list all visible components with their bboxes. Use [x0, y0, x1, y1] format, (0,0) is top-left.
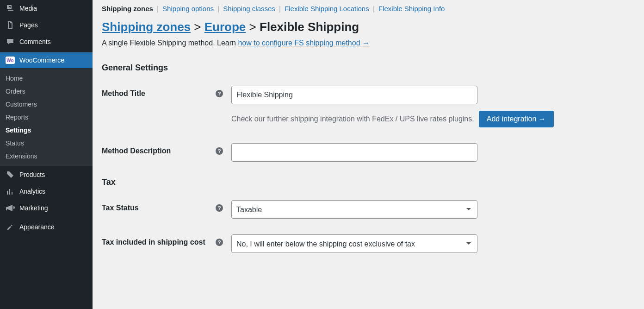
sidebar-item-label: Marketing [19, 204, 48, 212]
comment-icon [6, 37, 15, 46]
select-tax-status[interactable]: Taxable [231, 200, 477, 219]
breadcrumb: Shipping zones > Europe > Flexible Shipp… [102, 18, 635, 39]
sidebar-sub-reports[interactable]: Reports [0, 111, 93, 124]
intro-link[interactable]: how to configure FS shipping method → [238, 39, 370, 47]
page-icon [6, 20, 15, 30]
label-tax-included: Tax included in shipping cost [102, 238, 205, 246]
marketing-icon [6, 203, 15, 213]
breadcrumb-zone-europe[interactable]: Europe [204, 20, 246, 34]
label-method-title: Method Title [102, 89, 145, 98]
sidebar-item-appearance[interactable]: Appearance [0, 219, 93, 235]
sidebar-item-label: Products [19, 171, 45, 178]
row-tax-included: Tax included in shipping cost ? No, I wi… [102, 234, 635, 253]
sidebar-item-comments[interactable]: Comments [0, 33, 93, 50]
sidebar-item-woocommerce[interactable]: Wo WooCommerce [0, 52, 93, 68]
select-tax-included[interactable]: No, I will enter below the shipping cost… [231, 234, 477, 253]
sidebar-sub-home[interactable]: Home [0, 72, 93, 85]
row-method-title: Method Title ? Check our further shippin… [102, 86, 635, 127]
product-icon [6, 170, 15, 179]
label-tax-status: Tax Status [102, 204, 139, 212]
subtab-shipping-zones[interactable]: Shipping zones [102, 5, 153, 13]
admin-sidebar: Media Pages Comments Wo WooCommerce Home… [0, 0, 93, 309]
subtab-shipping-options[interactable]: Shipping options [162, 5, 214, 13]
help-icon[interactable]: ? [216, 90, 223, 97]
section-title-tax: Tax [102, 177, 635, 187]
media-icon [6, 4, 15, 13]
analytics-icon [6, 187, 15, 196]
label-method-description: Method Description [102, 147, 171, 155]
help-icon[interactable]: ? [216, 147, 223, 155]
main-content: Shipping zones | Shipping options | Ship… [93, 0, 644, 309]
shipping-subtabs: Shipping zones | Shipping options | Ship… [102, 1, 635, 18]
help-icon[interactable]: ? [216, 239, 223, 246]
intro-text: A single Flexible Shipping method. Learn… [102, 39, 635, 57]
breadcrumb-zones[interactable]: Shipping zones [102, 20, 191, 34]
row-tax-status: Tax Status ? Taxable [102, 200, 635, 219]
sidebar-item-label: Media [19, 5, 37, 12]
sidebar-sub-extensions[interactable]: Extensions [0, 150, 93, 163]
sidebar-item-analytics[interactable]: Analytics [0, 183, 93, 200]
sidebar-item-label: Comments [19, 38, 51, 45]
sidebar-item-label: Analytics [19, 188, 45, 195]
input-method-description[interactable] [231, 143, 477, 162]
sidebar-sub-settings[interactable]: Settings [0, 124, 93, 137]
sidebar-item-label: Pages [19, 21, 38, 29]
subtab-flexible-info[interactable]: Flexible Shipping Info [378, 5, 445, 13]
sidebar-item-products[interactable]: Products [0, 166, 93, 183]
sidebar-item-label: WooCommerce [19, 57, 64, 64]
sidebar-item-marketing[interactable]: Marketing [0, 200, 93, 216]
appearance-icon [6, 222, 15, 232]
subtab-flexible-locations[interactable]: Flexible Shipping Locations [285, 5, 369, 13]
sidebar-item-label: Appearance [19, 223, 55, 231]
sidebar-sub-orders[interactable]: Orders [0, 85, 93, 98]
woo-icon: Wo [6, 57, 15, 64]
sidebar-sub-status[interactable]: Status [0, 137, 93, 150]
sidebar-submenu-woocommerce: Home Orders Customers Reports Settings S… [0, 68, 93, 166]
subtab-shipping-classes[interactable]: Shipping classes [223, 5, 275, 13]
sidebar-item-pages[interactable]: Pages [0, 17, 93, 33]
help-icon[interactable]: ? [216, 204, 223, 212]
add-integration-button[interactable]: Add integration → [479, 111, 554, 127]
row-method-description: Method Description ? [102, 143, 635, 162]
breadcrumb-method: Flexible Shipping [260, 20, 359, 34]
sidebar-sub-customers[interactable]: Customers [0, 98, 93, 111]
section-title-general: General Settings [102, 63, 635, 73]
integration-hint: Check our further shipping integration w… [231, 115, 474, 123]
current-arrow-icon [93, 57, 96, 64]
input-method-title[interactable] [231, 86, 477, 104]
sidebar-item-media[interactable]: Media [0, 0, 93, 17]
